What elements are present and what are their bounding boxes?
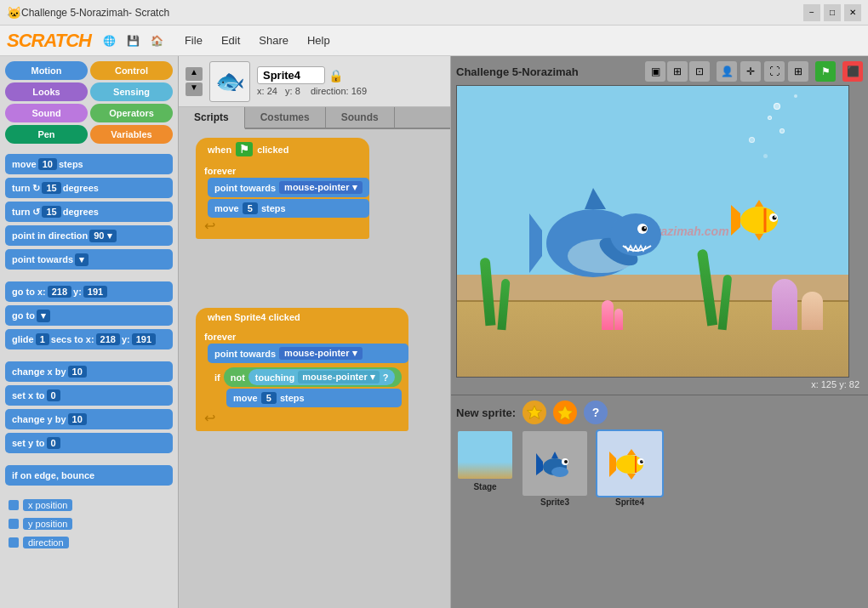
- menu-edit[interactable]: Edit: [213, 31, 248, 50]
- stage-item: Stage: [456, 429, 514, 507]
- stage-fullscreen-btn[interactable]: ⛶: [764, 61, 785, 82]
- coral-4: [802, 292, 823, 330]
- move-value-1[interactable]: 5: [243, 202, 258, 214]
- maximize-button[interactable]: □: [824, 4, 841, 21]
- green-flag-button[interactable]: ⚑: [815, 61, 836, 82]
- block-goto[interactable]: go to ▾: [5, 305, 173, 326]
- sprite4-label: Sprite4: [615, 497, 644, 507]
- new-sprite-label: New sprite:: [456, 406, 516, 419]
- event-block-1[interactable]: when ⚑ clicked: [196, 138, 369, 161]
- cat-control[interactable]: Control: [90, 61, 173, 80]
- cat-sound[interactable]: Sound: [5, 104, 88, 122]
- move-value-2[interactable]: 5: [261, 392, 277, 404]
- sprite3-item: Sprite3: [521, 429, 589, 507]
- block-glide[interactable]: glide 1 secs to x: 218 y: 191: [5, 329, 173, 349]
- cat-motion[interactable]: Motion: [5, 61, 88, 80]
- block-point-dir[interactable]: point in direction 90 ▾: [5, 225, 173, 246]
- block-y-pos[interactable]: y position: [5, 516, 173, 531]
- block-direction[interactable]: direction: [5, 535, 173, 550]
- svg-marker-22: [551, 452, 558, 458]
- minimize-button[interactable]: −: [803, 4, 820, 21]
- block-set-x[interactable]: set x to 0: [5, 385, 173, 406]
- block-bounce[interactable]: if on edge, bounce: [5, 465, 173, 486]
- new-sprite-paint-btn[interactable]: [553, 401, 577, 424]
- cat-operators[interactable]: Operators: [90, 104, 173, 122]
- event-block-2[interactable]: when Sprite4 clicked: [196, 308, 408, 327]
- menu-help[interactable]: Help: [299, 31, 339, 50]
- touching-dropdown[interactable]: mouse-pointer ▾: [298, 371, 379, 384]
- sprite4-thumbnail[interactable]: [596, 429, 664, 497]
- block-change-x[interactable]: change x by 10: [5, 361, 173, 382]
- cat-looks[interactable]: Looks: [5, 82, 88, 101]
- block-change-y[interactable]: change y by 10: [5, 409, 173, 429]
- stage-layout-btn-2[interactable]: ⊞: [667, 61, 688, 82]
- sprite3-thumbnail[interactable]: [521, 429, 589, 497]
- save-icon[interactable]: 💾: [123, 31, 144, 51]
- mouse-pointer-dropdown-2[interactable]: mouse-pointer ▾: [279, 347, 362, 360]
- svg-marker-12: [755, 234, 763, 241]
- bubble-6: [763, 154, 768, 158]
- sprite-thumbnails: Stage: [456, 429, 863, 507]
- stage-layout-btn-3[interactable]: ⊡: [689, 61, 710, 82]
- block-categories: Motion Control Looks Sensing Sound Opera…: [0, 56, 178, 149]
- stage-zoom-btn[interactable]: ⊞: [788, 61, 808, 82]
- block-point-towards-2[interactable]: point towards mouse-pointer ▾: [208, 344, 408, 363]
- bubble-3: [779, 128, 785, 134]
- menu-share[interactable]: Share: [250, 31, 297, 50]
- svg-marker-11: [755, 200, 763, 207]
- cat-sensing[interactable]: Sensing: [90, 82, 173, 101]
- coords-display: x: 125 y: 82: [811, 379, 859, 389]
- block-move-1[interactable]: move 5 steps: [208, 199, 369, 218]
- block-move[interactable]: move 10 steps: [5, 154, 173, 174]
- block-turn-ccw[interactable]: turn ↺ 15 degrees: [5, 202, 173, 222]
- block-move-2[interactable]: move 5 steps: [226, 389, 402, 407]
- main-area: Motion Control Looks Sensing Sound Opera…: [0, 56, 868, 608]
- stop-button[interactable]: ⬛: [842, 61, 863, 82]
- if-body: move 5 steps: [226, 389, 402, 407]
- script-group-1: when ⚑ clicked forever point towards mou…: [196, 138, 369, 239]
- checkbox-x-pos[interactable]: [9, 500, 19, 510]
- block-x-pos[interactable]: x position: [5, 497, 173, 513]
- checkbox-direction[interactable]: [9, 537, 19, 548]
- coral-3: [772, 279, 797, 330]
- stage-thumbnail[interactable]: [456, 429, 514, 480]
- mouse-pointer-dropdown-1[interactable]: mouse-pointer ▾: [279, 181, 362, 194]
- tab-sounds[interactable]: Sounds: [326, 107, 395, 128]
- globe-icon[interactable]: 🌐: [100, 31, 120, 51]
- block-point-towards[interactable]: point towards ▾: [5, 249, 173, 270]
- block-point-towards-1[interactable]: point towards mouse-pointer ▾: [208, 178, 369, 197]
- sprite-nav-up[interactable]: ▲: [186, 67, 203, 81]
- titlebar: 🐱 Challenge 5-Norazimah- Scratch − □ ✕: [0, 0, 868, 26]
- cat-pen[interactable]: Pen: [5, 125, 88, 144]
- tab-scripts[interactable]: Scripts: [179, 107, 245, 129]
- stage-canvas: www.cekgunorazimah.com: [456, 85, 849, 378]
- new-sprite-star-btn[interactable]: [523, 401, 546, 424]
- forever-body-2: point towards mouse-pointer ▾ if not tou…: [208, 344, 408, 410]
- scratch-logo: SCRATCH: [7, 30, 91, 52]
- stage-label: Stage: [473, 482, 496, 492]
- sprite-nav-down[interactable]: ▼: [186, 82, 203, 96]
- svg-point-24: [564, 460, 568, 463]
- svg-marker-3: [585, 188, 606, 209]
- block-turn-cw[interactable]: turn ↻ 15 degrees: [5, 178, 173, 198]
- block-goto-xy[interactable]: go to x: 218 y: 191: [5, 281, 173, 302]
- sprite-name[interactable]: Sprite4: [257, 66, 325, 84]
- menu-file[interactable]: File: [176, 31, 211, 50]
- sprite-x: 24: [267, 86, 277, 96]
- tab-costumes[interactable]: Costumes: [245, 107, 326, 128]
- label-direction: direction: [23, 537, 69, 548]
- stage-person-btn[interactable]: 👤: [717, 61, 737, 82]
- stage-area: Challenge 5-Norazimah ▣ ⊞ ⊡ 👤 ✛ ⛶ ⊞ ⚑ ⬛: [451, 56, 868, 395]
- checkbox-y-pos[interactable]: [9, 519, 19, 529]
- stage-layout-btn-1[interactable]: ▣: [645, 61, 665, 82]
- home-icon[interactable]: 🏠: [147, 31, 168, 51]
- block-set-y[interactable]: set y to 0: [5, 433, 173, 453]
- cat-variables[interactable]: Variables: [90, 125, 173, 144]
- new-sprite-surprise-btn[interactable]: ?: [584, 401, 608, 424]
- stage-crosshair-btn[interactable]: ✛: [740, 61, 761, 82]
- forever-arrow-2: ↩: [196, 410, 408, 426]
- svg-point-16: [774, 216, 776, 218]
- close-button[interactable]: ✕: [844, 4, 861, 21]
- sprite-dir: 169: [351, 86, 367, 96]
- scripts-area[interactable]: when ⚑ clicked forever point towards mou…: [179, 129, 450, 608]
